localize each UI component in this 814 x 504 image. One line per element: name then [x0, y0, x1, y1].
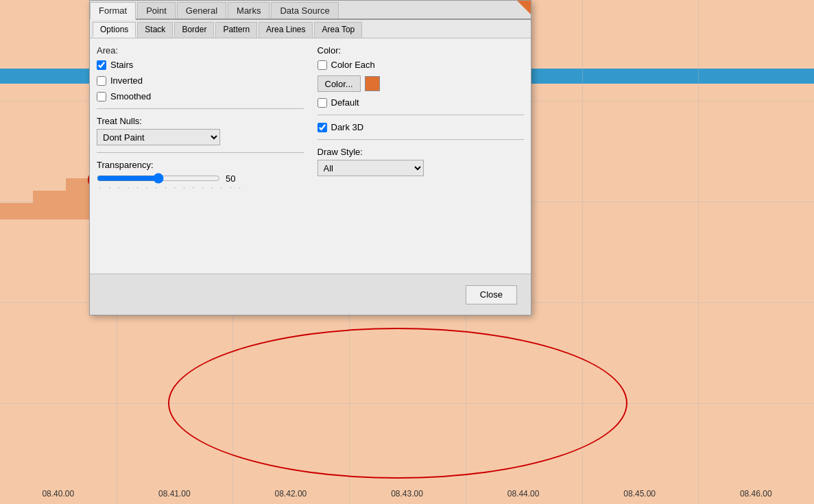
sub-tab-area-lines[interactable]: Area Lines	[259, 22, 313, 38]
two-column-layout: Area: Stairs Inverted Smoothed Treat Nul…	[97, 45, 524, 191]
color-button-row: Color...	[318, 75, 525, 92]
time-label-2: 08.41.00	[117, 489, 233, 499]
smoothed-checkbox[interactable]	[97, 92, 106, 101]
divider-2	[97, 152, 304, 153]
transparency-slider[interactable]	[97, 173, 220, 184]
color-swatch	[365, 76, 380, 91]
stairs-label[interactable]: Stairs	[110, 60, 133, 70]
divider-1	[97, 108, 304, 109]
color-each-row: Color Each	[318, 60, 525, 70]
color-each-label[interactable]: Color Each	[331, 60, 375, 70]
left-column: Area: Stairs Inverted Smoothed Treat Nul…	[97, 45, 304, 191]
color-button[interactable]: Color...	[318, 75, 361, 92]
inverted-row: Inverted	[97, 75, 304, 86]
smoothed-row: Smoothed	[97, 91, 304, 101]
color-each-checkbox[interactable]	[318, 60, 327, 70]
treat-nulls-dropdown-row: Dont Paint Treat as Zero Ignore	[97, 129, 304, 145]
stairs-row: Stairs	[97, 60, 304, 70]
time-label-5: 08.44.00	[465, 489, 582, 499]
tab-format[interactable]: Format	[90, 2, 136, 20]
time-label-1: 08.40.00	[0, 489, 117, 499]
sub-tab-stack[interactable]: Stack	[137, 22, 173, 38]
time-label-4: 08.43.00	[349, 489, 466, 499]
transparency-value: 50	[226, 173, 235, 184]
modal-bottom-bar: Close	[90, 274, 531, 315]
sub-tab-area-top[interactable]: Area Top	[314, 22, 362, 38]
tab-data-source[interactable]: Data Source	[271, 2, 338, 19]
format-dialog: Format Point General Marks Data Source O…	[89, 0, 531, 315]
treat-nulls-select[interactable]: Dont Paint Treat as Zero Ignore	[97, 129, 220, 145]
sub-tab-bar: Options Stack Border Pattern Area Lines …	[90, 20, 531, 38]
inverted-checkbox[interactable]	[97, 76, 106, 86]
default-label[interactable]: Default	[331, 97, 359, 108]
draw-style-label: Draw Style:	[318, 147, 525, 157]
draw-style-dropdown-row: All Lines Only Fill Only	[318, 160, 525, 176]
dark3d-row: Dark 3D	[318, 122, 525, 132]
area-label: Area:	[97, 45, 304, 56]
slider-ticks: · · · · · · · · · · · · · · · ·	[99, 184, 304, 191]
inverted-label[interactable]: Inverted	[110, 75, 143, 86]
time-label-6: 08.45.00	[582, 489, 698, 499]
divider-3	[318, 115, 525, 115]
sub-tab-border[interactable]: Border	[174, 22, 214, 38]
transparency-slider-row: 50	[97, 173, 304, 184]
smoothed-label[interactable]: Smoothed	[110, 91, 151, 101]
time-label-3: 08.42.00	[232, 489, 349, 499]
main-tab-bar: Format Point General Marks Data Source	[90, 1, 531, 20]
corner-triangle	[517, 1, 531, 14]
modal-content-area: Area: Stairs Inverted Smoothed Treat Nul…	[90, 38, 531, 198]
time-label-7: 08.46.00	[697, 489, 814, 499]
sub-tab-options[interactable]: Options	[93, 22, 136, 38]
tab-marks[interactable]: Marks	[228, 2, 270, 19]
draw-style-select[interactable]: All Lines Only Fill Only	[318, 160, 424, 176]
divider-4	[318, 139, 525, 140]
time-labels: 08.40.00 08.41.00 08.42.00 08.43.00 08.4…	[0, 489, 814, 499]
tab-general[interactable]: General	[177, 2, 226, 19]
sub-tab-pattern[interactable]: Pattern	[215, 22, 257, 38]
close-button[interactable]: Close	[466, 285, 517, 304]
default-checkbox[interactable]	[318, 98, 327, 108]
tab-point[interactable]: Point	[137, 2, 176, 19]
right-column: Color: Color Each Color... Default Dark	[318, 45, 525, 191]
default-row: Default	[318, 97, 525, 108]
transparency-label: Transparency:	[97, 160, 304, 170]
treat-nulls-label: Treat Nulls:	[97, 116, 304, 126]
dark3d-label[interactable]: Dark 3D	[331, 122, 364, 132]
dark3d-checkbox[interactable]	[318, 123, 327, 132]
color-section-label: Color:	[318, 45, 525, 56]
stairs-checkbox[interactable]	[97, 60, 106, 70]
